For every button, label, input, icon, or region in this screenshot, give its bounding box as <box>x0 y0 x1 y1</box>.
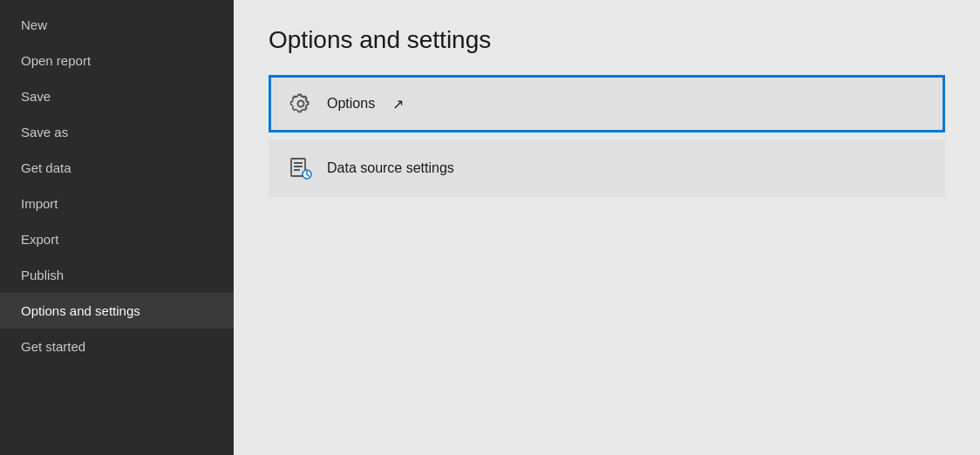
datasource-icon <box>289 156 313 180</box>
main-content: Options and settings Options ↗ Data sour… <box>234 0 980 455</box>
sidebar-item-open-report[interactable]: Open report <box>0 43 234 78</box>
options-item[interactable]: Options ↗ <box>269 75 945 132</box>
data-source-settings-item[interactable]: Data source settings <box>269 139 945 197</box>
sidebar-item-options-and-settings[interactable]: Options and settings <box>0 293 234 329</box>
sidebar-item-get-started[interactable]: Get started <box>0 329 234 364</box>
sidebar-item-save-as[interactable]: Save as <box>0 114 234 150</box>
sidebar-item-export[interactable]: Export <box>0 221 234 257</box>
options-list: Options ↗ Data source settings <box>269 75 945 197</box>
page-title: Options and settings <box>269 26 945 54</box>
sidebar-item-import[interactable]: Import <box>0 186 234 221</box>
svg-rect-2 <box>294 166 303 167</box>
gear-icon <box>289 92 313 116</box>
sidebar-item-publish[interactable]: Publish <box>0 257 234 293</box>
cursor-indicator: ↗ <box>392 96 404 112</box>
sidebar-item-new[interactable]: New <box>0 7 234 43</box>
sidebar: NewOpen reportSaveSave asGet dataImportE… <box>0 0 234 455</box>
options-label: Options <box>327 96 375 112</box>
svg-rect-1 <box>294 162 303 164</box>
svg-rect-3 <box>294 169 300 171</box>
data-source-settings-label: Data source settings <box>327 160 454 176</box>
sidebar-item-save[interactable]: Save <box>0 78 234 114</box>
sidebar-item-get-data[interactable]: Get data <box>0 150 234 186</box>
